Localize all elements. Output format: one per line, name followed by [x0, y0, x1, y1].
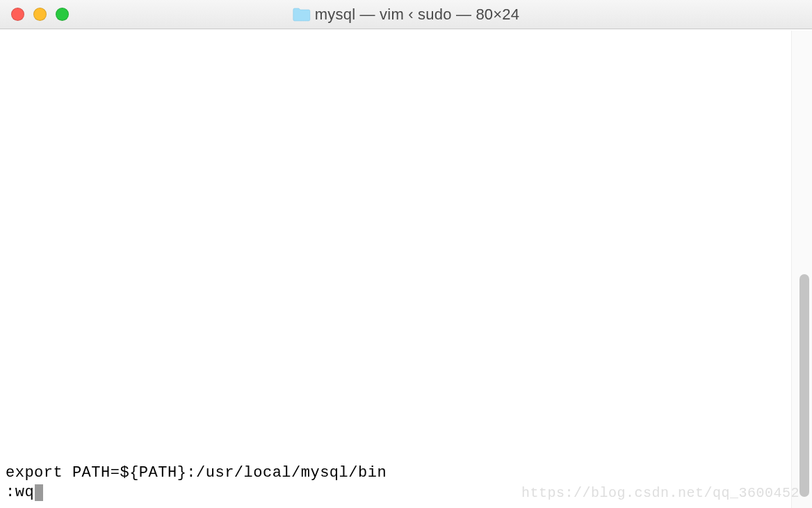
vim-command-text: :wq: [6, 483, 34, 502]
terminal-line: export PATH=${PATH}:/usr/local/mysql/bin: [6, 463, 786, 483]
close-button[interactable]: [11, 8, 24, 21]
terminal-cursor: [35, 484, 43, 501]
folder-icon: [293, 8, 311, 22]
terminal-viewport[interactable]: export PATH=${PATH}:/usr/local/mysql/bin…: [0, 31, 791, 508]
maximize-button[interactable]: [56, 8, 69, 21]
vim-command-line: :wq: [6, 483, 786, 502]
minimize-button[interactable]: [33, 8, 47, 21]
window-title-text: mysql — vim ‹ sudo — 80×24: [315, 6, 519, 24]
traffic-lights: [0, 8, 69, 21]
window-titlebar: mysql — vim ‹ sudo — 80×24: [0, 0, 812, 29]
scrollbar-track[interactable]: [791, 31, 812, 508]
scrollbar-thumb[interactable]: [799, 274, 809, 497]
window-title: mysql — vim ‹ sudo — 80×24: [293, 6, 519, 24]
terminal-content: export PATH=${PATH}:/usr/local/mysql/bin…: [6, 463, 786, 502]
